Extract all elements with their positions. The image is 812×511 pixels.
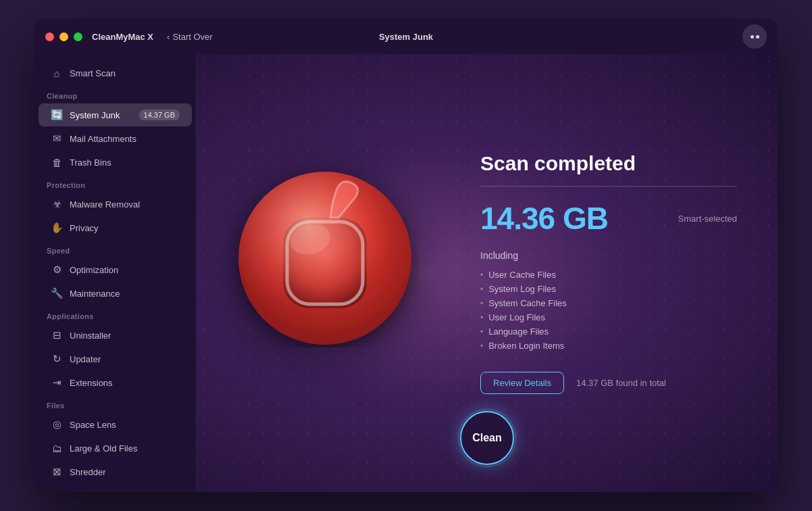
chevron-left-icon: ‹ (167, 32, 170, 42)
size-value: 14.36 GB (480, 200, 608, 237)
sidebar-item-maintenance[interactable]: 🔧 Maintenance (39, 282, 192, 305)
found-text: 14.37 GB found in total (576, 378, 666, 388)
sidebar-item-uninstaller[interactable]: ⊟ Uninstaller (39, 324, 192, 347)
sidebar-item-optimization[interactable]: ⚙ Optimization (39, 258, 192, 281)
sidebar-item-space-lens[interactable]: ◎ Space Lens (39, 413, 192, 436)
fullscreen-button[interactable] (74, 32, 82, 41)
scan-completed-title: Scan completed (480, 152, 737, 175)
sidebar: ⌂ Smart Scan Cleanup 🔄 System Junk 14.37… (34, 54, 197, 492)
sidebar-section-applications: Applications (34, 306, 196, 323)
window-title: System Junk (379, 32, 433, 42)
system-junk-badge: 14.37 GB (139, 110, 180, 120)
content-area: ⌂ Smart Scan Cleanup 🔄 System Junk 14.37… (34, 54, 778, 492)
trash-icon: 🗑 (51, 156, 63, 168)
sidebar-item-large-old-files[interactable]: 🗂 Large & Old Files (39, 437, 192, 460)
review-details-button[interactable]: Review Details (480, 372, 564, 394)
maintenance-icon: 🔧 (51, 287, 63, 299)
sidebar-section-cleanup: Cleanup (34, 85, 196, 103)
system-junk-icon: 🔄 (51, 109, 63, 121)
list-item: User Log Files (480, 310, 737, 324)
action-row: Review Details 14.37 GB found in total (480, 372, 737, 394)
sidebar-item-smart-scan[interactable]: ⌂ Smart Scan (39, 62, 192, 84)
file-list: User Cache Files System Log Files System… (480, 268, 737, 353)
sidebar-item-system-junk[interactable]: 🔄 System Junk 14.37 GB (39, 103, 192, 126)
size-row: 14.36 GB Smart-selected (480, 200, 737, 237)
sidebar-section-protection: Protection (34, 174, 196, 192)
sidebar-item-malware-removal[interactable]: ☣ Malware Removal (39, 193, 192, 216)
minimize-button[interactable] (59, 32, 68, 41)
uninstaller-icon: ⊟ (51, 329, 63, 341)
extensions-icon: ⇥ (51, 376, 63, 389)
app-window: CleanMyMac X ‹ Start Over System Junk ⌂ … (34, 19, 778, 492)
svg-point-3 (238, 172, 411, 345)
including-label: Including (480, 250, 737, 261)
sidebar-item-mail-attachments[interactable]: ✉ Mail Attachments (39, 127, 192, 150)
updater-icon: ↻ (51, 353, 63, 365)
shredder-icon: ⊠ (51, 466, 63, 478)
app-name: CleanMyMac X (92, 32, 153, 42)
smart-selected-label: Smart-selected (678, 214, 737, 224)
sidebar-item-updater[interactable]: ↻ Updater (39, 347, 192, 370)
clean-button-area: Clean (460, 411, 514, 465)
main-content: Scan completed 14.36 GB Smart-selected I… (197, 54, 778, 492)
list-item: System Cache Files (480, 296, 737, 310)
divider (480, 186, 737, 187)
large-files-icon: 🗂 (51, 442, 63, 454)
close-button[interactable] (45, 32, 54, 41)
smart-scan-icon: ⌂ (51, 67, 63, 79)
traffic-lights (45, 32, 82, 41)
app-logo (230, 158, 460, 388)
list-item: User Cache Files (480, 268, 737, 282)
space-lens-icon: ◎ (51, 418, 63, 431)
dot-icon (756, 35, 759, 39)
mail-icon: ✉ (51, 132, 63, 145)
sidebar-item-privacy[interactable]: ✋ Privacy (39, 216, 192, 239)
titlebar: CleanMyMac X ‹ Start Over System Junk (34, 19, 778, 54)
start-over-button[interactable]: ‹ Start Over (167, 32, 213, 42)
sidebar-item-shredder[interactable]: ⊠ Shredder (39, 460, 192, 483)
menu-dots-button[interactable] (742, 24, 767, 49)
info-panel: Scan completed 14.36 GB Smart-selected I… (480, 152, 737, 394)
sidebar-item-trash-bins[interactable]: 🗑 Trash Bins (39, 151, 192, 174)
clean-button[interactable]: Clean (460, 411, 514, 465)
sidebar-section-files: Files (34, 395, 196, 412)
sidebar-section-speed: Speed (34, 240, 196, 258)
dot-icon (751, 35, 754, 39)
sidebar-item-extensions[interactable]: ⇥ Extensions (39, 371, 192, 394)
privacy-icon: ✋ (51, 222, 63, 234)
list-item: Broken Login Items (480, 339, 737, 353)
optimization-icon: ⚙ (51, 264, 63, 276)
list-item: System Log Files (480, 282, 737, 296)
list-item: Language Files (480, 324, 737, 339)
malware-icon: ☣ (51, 198, 63, 210)
